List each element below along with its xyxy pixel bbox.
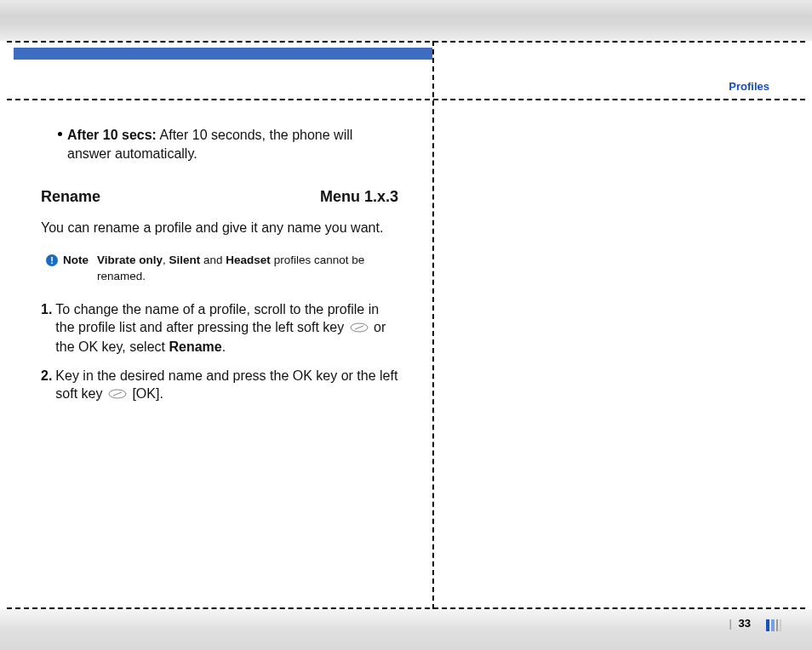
- softkey-icon: [350, 319, 369, 338]
- dashed-line-top: [7, 41, 805, 43]
- info-icon: !: [46, 254, 58, 266]
- svg-line-1: [355, 326, 363, 329]
- heading-title: Rename: [41, 186, 100, 207]
- page-decoration-icon: [766, 619, 781, 631]
- page-number: | 33: [729, 617, 751, 630]
- dashed-line-bottom: [7, 607, 805, 609]
- dashed-line-vertical: [432, 41, 434, 609]
- page-number-value: 33: [739, 617, 751, 630]
- bullet-item: After 10 secs: After 10 seconds, the pho…: [58, 126, 398, 162]
- step-2: 2. Key in the desired name and press the…: [41, 367, 398, 404]
- step-2-part1: Key in the desired name and press the OK…: [55, 368, 397, 402]
- step-1-text: To change the name of a profile, scroll …: [55, 300, 398, 356]
- bullet-label: After 10 secs:: [67, 128, 157, 142]
- bullet-icon: [58, 132, 62, 136]
- softkey-icon: [108, 385, 127, 404]
- svg-line-3: [113, 392, 122, 396]
- step-1-number: 1.: [41, 300, 52, 356]
- step-1-bold: Rename: [169, 339, 221, 354]
- top-gradient-bar: [0, 0, 812, 41]
- step-2-part2: [OK].: [132, 386, 163, 401]
- header-blue-bar: [14, 48, 432, 60]
- section-title: Profiles: [729, 80, 769, 93]
- bottom-gradient-bar: [0, 609, 812, 650]
- step-1: 1. To change the name of a profile, scro…: [41, 300, 398, 356]
- step-2-number: 2.: [41, 367, 52, 404]
- note-block: ! Note Vibrate only, Silent and Headset …: [46, 253, 398, 285]
- note-label: Note: [63, 253, 89, 285]
- heading-row: Rename Menu 1.x.3: [41, 186, 398, 207]
- dashed-line-header: [7, 99, 805, 100]
- note-bold-2: Silent: [169, 254, 201, 266]
- note-sep-1: ,: [163, 254, 169, 266]
- step-1-part1: To change the name of a profile, scroll …: [55, 302, 379, 335]
- note-sep-2: and: [200, 254, 226, 266]
- heading-menu: Menu 1.x.3: [320, 186, 398, 207]
- bullet-text: After 10 secs: After 10 seconds, the pho…: [67, 126, 398, 162]
- note-bold-1: Vibrate only: [97, 254, 163, 266]
- step-2-text: Key in the desired name and press the OK…: [55, 367, 398, 404]
- note-bold-3: Headset: [226, 254, 271, 266]
- page-divider-icon: |: [729, 617, 732, 630]
- intro-paragraph: You can rename a profile and give it any…: [41, 219, 398, 237]
- step-1-part3: .: [222, 339, 226, 354]
- page-content: After 10 secs: After 10 seconds, the pho…: [41, 126, 398, 414]
- note-text: Vibrate only, Silent and Headset profile…: [97, 253, 398, 285]
